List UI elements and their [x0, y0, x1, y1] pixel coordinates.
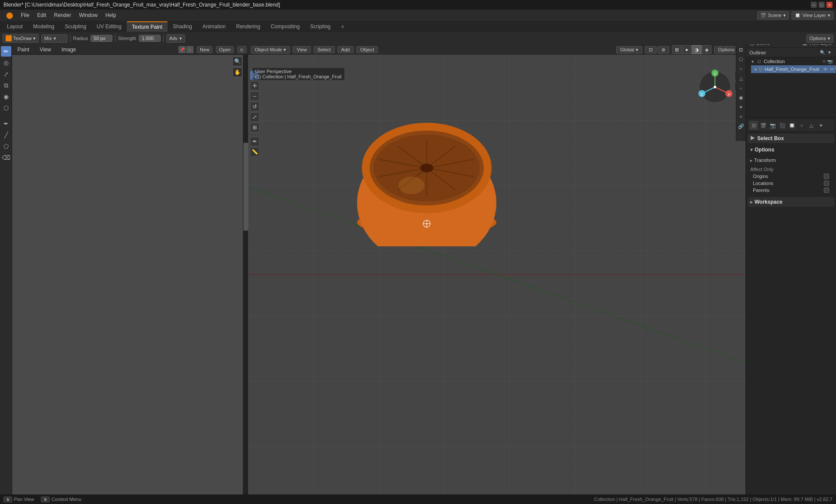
add-button[interactable]: Add — [337, 46, 354, 53]
rpi-particles-icon[interactable]: ✦ — [737, 103, 745, 111]
uv-hand-tool[interactable]: ✋ — [233, 67, 242, 77]
transform-header[interactable]: ▸ Transform — [750, 156, 832, 164]
axis-gizmo[interactable]: Y X Z — [698, 70, 732, 104]
adv-button[interactable]: Adv ▾ — [166, 34, 185, 43]
paint-menu[interactable]: Paint — [14, 46, 33, 54]
props-tab-render[interactable]: 📷 — [769, 121, 777, 130]
menu-edit[interactable]: Edit — [34, 11, 50, 19]
link-icon[interactable]: ⎋ — [237, 46, 246, 53]
view-layer-selector[interactable]: 🔲 View Layer ▾ — [792, 11, 833, 20]
collection-vis-eye[interactable]: 👁 — [822, 59, 826, 64]
options-button[interactable]: Options ▾ — [806, 34, 833, 43]
rpi-world-icon[interactable]: ○ — [737, 64, 745, 73]
outliner-collection-row[interactable]: ▾ ☑ Collection 👁 📷 — [746, 57, 836, 65]
options-panel-header[interactable]: ▾ Options — [748, 145, 834, 155]
tab-layout[interactable]: Layout — [2, 22, 28, 31]
object-button[interactable]: Object — [356, 46, 378, 53]
props-tab-view-layer[interactable]: 🔲 — [788, 121, 796, 130]
mode-selector[interactable]: TexDraw ▾ — [3, 34, 39, 43]
workspace-header[interactable]: ▸ Workspace — [748, 197, 834, 207]
annotate-vp-tool[interactable]: ✒ — [250, 137, 260, 146]
material-shading[interactable]: ◑ — [692, 45, 701, 54]
snap-button[interactable]: ⊡ — [645, 46, 657, 54]
props-tab-object[interactable]: △ — [807, 121, 816, 130]
menu-file[interactable]: File — [17, 11, 33, 19]
locations-checkbox[interactable] — [824, 181, 829, 186]
wireframe-shading[interactable]: ⊞ — [672, 45, 681, 54]
rpi-physics-icon[interactable]: ≈ — [737, 112, 745, 121]
minimize-button[interactable]: ─ — [811, 2, 817, 8]
measure-tool[interactable]: 📏 — [250, 147, 260, 157]
view-menu[interactable]: View — [36, 46, 54, 54]
collection-render-icon[interactable]: 📷 — [827, 59, 833, 64]
collection-visibility-check[interactable]: ☑ — [757, 59, 761, 64]
uv-pin-icon[interactable]: 📌 — [179, 46, 185, 53]
annotate-erase-tool[interactable]: ⌫ — [1, 152, 11, 163]
new-image-button[interactable]: New — [197, 46, 212, 53]
maximize-button[interactable]: □ — [819, 2, 825, 8]
tab-compositing[interactable]: Compositing — [266, 22, 305, 31]
uv-zoom-in[interactable]: 🔍 — [233, 57, 242, 66]
rpi-mesh-icon[interactable]: ⬦ — [737, 84, 745, 92]
object-mode-button[interactable]: Object Mode ▾ — [251, 46, 290, 54]
solid-shading[interactable]: ● — [682, 45, 691, 54]
transform-tool[interactable]: ⊞ — [250, 123, 260, 132]
uv-sync-icon[interactable]: ↕ — [186, 46, 193, 53]
tab-animation[interactable]: Animation — [197, 22, 231, 31]
strength-value[interactable]: 1.000 — [139, 35, 161, 42]
rendered-shading[interactable]: ◈ — [702, 45, 711, 54]
brush-clone-tool[interactable]: ⧉ — [1, 80, 11, 91]
annotate-tool[interactable]: ✒ — [1, 118, 11, 129]
global-selector[interactable]: Global ▾ — [616, 46, 642, 54]
brush-soften-tool[interactable]: ◎ — [1, 57, 11, 68]
select-button[interactable]: Select — [314, 46, 335, 53]
rpi-obj-icon[interactable]: △ — [737, 74, 745, 83]
brush-mask-tool[interactable]: ⬡ — [1, 103, 11, 113]
props-tab-scene[interactable]: 🎬 — [759, 121, 768, 130]
brush-smear-tool[interactable]: ⤤ — [1, 69, 11, 79]
image-menu[interactable]: Image — [58, 46, 79, 54]
rpi-scene-icon[interactable]: ⬡ — [737, 55, 745, 64]
rpi-constraints-icon[interactable]: 🔗 — [737, 122, 745, 131]
radius-value[interactable]: 50 px — [91, 35, 112, 42]
tab-uv-editing[interactable]: UV Editing — [91, 22, 127, 31]
orange-object[interactable] — [335, 116, 518, 246]
cursor-tool[interactable]: ✛ — [250, 81, 260, 91]
outliner-object-row[interactable]: ▾ ▽ Half_Fresh_Orange_Fruit 👁 M 📷 — [751, 65, 836, 73]
props-tab-active-tool[interactable]: ⊡ — [749, 121, 758, 130]
menu-help[interactable]: Help — [102, 11, 120, 19]
parents-checkbox[interactable] — [824, 188, 829, 193]
annotate-poly-tool[interactable]: ⬠ — [1, 141, 11, 151]
outliner-filter-search[interactable]: 🔍 — [819, 50, 826, 56]
object-eye-icon[interactable]: 👁 — [823, 66, 829, 72]
blend-selector[interactable]: Mix ▾ — [41, 34, 67, 43]
scale-tool[interactable]: ⤢ — [250, 112, 260, 122]
brush-fill-tool[interactable]: ◉ — [1, 91, 11, 102]
select-box-header[interactable]: ⯈ Select Box — [748, 134, 834, 143]
tab-shading[interactable]: Shading — [168, 22, 197, 31]
tab-modeling[interactable]: Modeling — [28, 22, 60, 31]
proportional-edit[interactable]: ⊚ — [657, 46, 669, 54]
props-tab-output[interactable]: ⬛ — [778, 121, 787, 130]
rpi-active-tool[interactable]: ⊡ — [737, 45, 745, 54]
tab-sculpting[interactable]: Sculpting — [60, 22, 91, 31]
tab-add[interactable]: + — [336, 21, 350, 32]
props-tab-particles[interactable]: ✦ — [816, 121, 825, 130]
tab-texture-paint[interactable]: Texture Paint — [127, 21, 168, 32]
rpi-object-data-icon[interactable] — [737, 131, 745, 140]
uv-scrollbar-v[interactable] — [243, 55, 248, 494]
scene-selector[interactable]: 🎬 Scene ▾ — [757, 11, 789, 20]
open-image-button[interactable]: Open — [216, 46, 234, 53]
brush-draw-tool[interactable]: ✏ — [1, 46, 11, 57]
menu-render[interactable]: Render — [51, 11, 74, 19]
origins-checkbox[interactable] — [824, 174, 829, 179]
rpi-material-icon[interactable]: ◉ — [737, 93, 745, 102]
move-tool[interactable]: ↔ — [250, 91, 260, 101]
menu-blender[interactable]: ⬤ — [3, 11, 17, 20]
outliner-filter-icon1[interactable]: ▼ — [826, 50, 833, 56]
tab-rendering[interactable]: Rendering — [231, 22, 265, 31]
view-button[interactable]: View — [293, 46, 311, 53]
close-button[interactable]: ✕ — [826, 2, 833, 8]
tab-scripting[interactable]: Scripting — [305, 22, 336, 31]
menu-window[interactable]: Window — [75, 11, 101, 19]
